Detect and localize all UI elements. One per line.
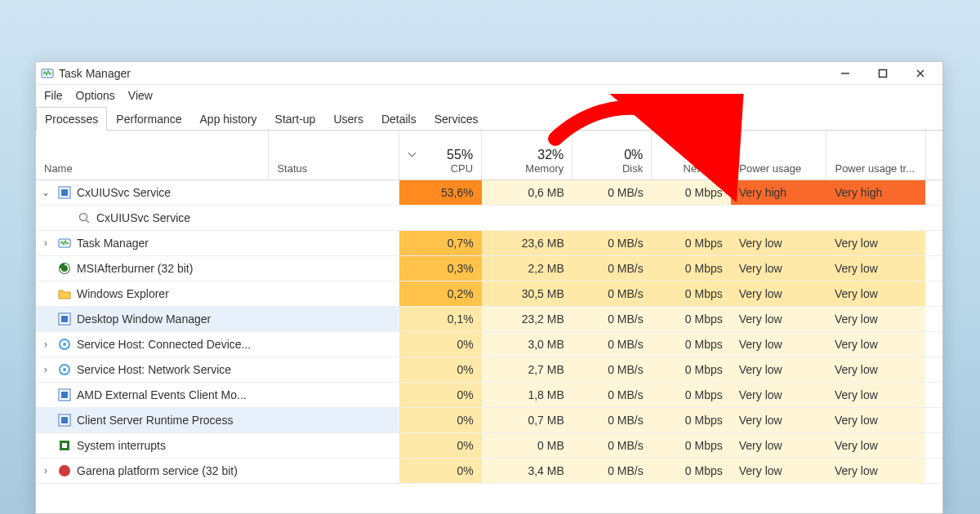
cell-status [269,357,399,382]
cell-status [269,255,399,281]
cell-power: Very low [731,306,826,331]
process-name: Client Server Runtime Process [77,414,233,427]
maximize-button[interactable] [864,62,902,85]
table-row[interactable]: Desktop Window Manager0,1%23,2 MB0 MB/s0… [36,306,942,331]
expand-toggle[interactable]: › [39,237,52,249]
tab-processes[interactable]: Processes [36,107,107,131]
process-name: CxUIUSvc Service [77,186,171,199]
col-power-usage-trend[interactable]: Power usage tr... [826,131,925,179]
tab-app-history[interactable]: App history [191,107,266,131]
svg-line-8 [87,219,90,223]
menu-options[interactable]: Options [69,87,122,104]
expand-toggle[interactable]: › [39,364,52,375]
cell-cpu: 0,2% [399,281,482,306]
col-name[interactable]: Name [36,131,269,179]
menu-view[interactable]: View [122,87,159,104]
table-row[interactable]: Windows Explorer0,2%30,5 MB0 MB/s0 MbpsV… [36,281,942,306]
menu-file[interactable]: File [38,87,69,104]
cell-status [269,432,399,458]
expand-toggle[interactable]: › [39,339,52,350]
cell-cpu: 0% [399,357,482,382]
svg-point-7 [80,213,87,220]
cell-power: Very low [731,281,826,306]
svg-rect-18 [61,392,68,398]
cell-disk: 0 MB/s [572,382,652,407]
table-row[interactable]: ⌄CxUIUSvc Service53,6%0,6 MB0 MB/s0 Mbps… [36,179,942,205]
cell-network: 0 Mbps [652,382,731,407]
cell-power-trend: Very low [826,230,925,255]
cell-status [269,306,399,331]
process-name: Service Host: Connected Device... [77,338,251,351]
cell-power-trend: Very low [826,432,925,458]
cell-status [269,407,399,432]
cell-power: Very low [731,331,826,357]
cell-cpu: 0,1% [399,306,482,331]
cell-network: 0 Mbps [652,357,731,382]
svg-rect-2 [880,69,887,77]
tab-performance[interactable]: Performance [107,107,190,131]
table-row[interactable]: ›Garena platform service (32 bit)0%3,4 M… [36,458,942,483]
cell-status [269,281,399,306]
tab-users[interactable]: Users [324,107,372,131]
titlebar: Task Manager [36,62,942,85]
cell-memory [482,205,572,230]
msi-icon [57,261,72,276]
col-disk[interactable]: 0%Disk [572,131,652,179]
col-power-usage[interactable]: Power usage [731,131,826,179]
cell-disk: 0 MB/s [572,432,652,458]
cell-power-trend: Very low [826,281,925,306]
table-row[interactable]: AMD External Events Client Mo...0%1,8 MB… [36,382,942,407]
cell-memory: 0,7 MB [482,407,572,432]
cell-network: 0 Mbps [652,458,731,483]
table-row[interactable]: CxUIUSvc Service [36,205,942,230]
table-row[interactable]: Client Server Runtime Process0%0,7 MB0 M… [36,407,942,432]
cell-power: Very low [731,255,826,281]
cell-power-trend: Very low [826,407,925,432]
table-row[interactable]: System interrupts0%0 MB0 MB/s0 MbpsVery … [36,432,942,458]
cell-status [269,331,399,357]
expand-toggle[interactable]: ⌄ [39,187,52,198]
svg-rect-22 [62,443,67,448]
tab-services[interactable]: Services [425,107,488,131]
amd-icon [57,388,72,402]
col-cpu[interactable]: 55%CPU [399,131,482,179]
sysint-icon [57,438,72,453]
cell-memory: 0,6 MB [482,179,572,205]
cell-disk: 0 MB/s [572,357,652,382]
process-name: CxUIUSvc Service [96,211,190,224]
tab-startup[interactable]: Start-up [266,107,325,131]
cell-power: Very low [731,357,826,382]
table-row[interactable]: ›Service Host: Network Service0%2,7 MB0 … [36,357,942,382]
process-name: Desktop Window Manager [77,312,211,326]
cell-memory: 3,4 MB [482,458,572,483]
tab-details[interactable]: Details [372,107,425,131]
cell-cpu: 0% [399,432,482,458]
svg-point-23 [59,465,70,476]
expand-toggle[interactable]: › [39,465,52,476]
minimize-button[interactable] [826,62,864,85]
close-button[interactable] [902,62,939,85]
cell-disk: 0 MB/s [572,230,652,255]
process-name: Service Host: Network Service [77,363,231,376]
col-memory[interactable]: 32%Memory [482,131,572,179]
csrss-icon [57,413,72,428]
cell-cpu: 0% [399,331,482,357]
cell-status [269,230,399,255]
table-row[interactable]: ›Service Host: Connected Device...0%3,0 … [36,331,942,357]
col-status[interactable]: Status [269,131,399,179]
process-name: AMD External Events Client Mo... [77,388,247,401]
service-icon [57,362,72,377]
process-table: Name Status 55%CPU 32%Memory 0%Disk 0%Ne… [36,131,942,484]
search-icon [77,210,91,225]
cell-memory: 23,2 MB [482,306,572,331]
process-name: Task Manager [77,237,149,250]
cell-power [731,205,826,230]
cell-disk: 0 MB/s [572,281,652,306]
process-icon [57,185,72,200]
table-row[interactable]: MSIAfterburner (32 bit)0,3%2,2 MB0 MB/s0… [36,255,942,281]
cell-status [269,382,399,407]
cell-memory: 30,5 MB [482,281,572,306]
col-network[interactable]: 0%Network [652,131,731,179]
taskmgr-icon [57,236,72,250]
table-row[interactable]: ›Task Manager0,7%23,6 MB0 MB/s0 MbpsVery… [36,230,942,255]
